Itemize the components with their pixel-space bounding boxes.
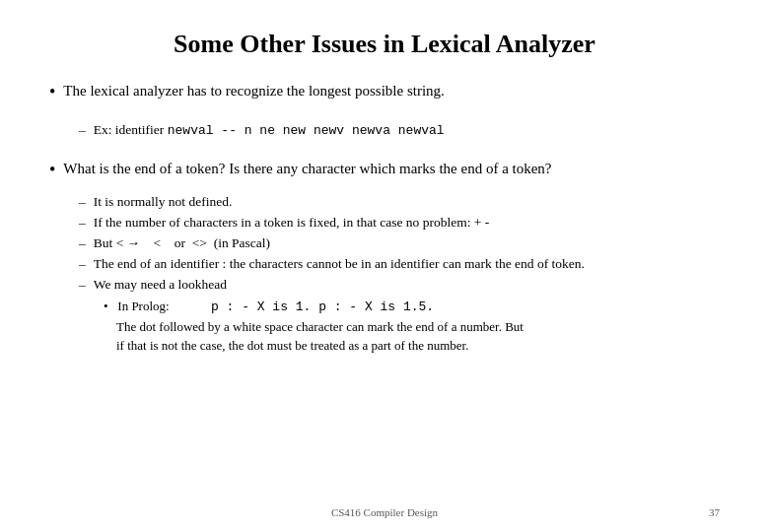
code-example: newval -- n ne new newv newva newval [168,123,445,138]
bullet-2: • What is the end of a token? Is there a… [49,159,720,181]
sub-bullet-2-5: – We may need a lookhead [79,276,720,295]
footer-right: 37 [709,506,720,518]
sub-bullet-2-1: – It is normally not defined. [79,193,720,212]
footer-center: CS416 Compiler Design [0,506,769,518]
bullet-dot-2: • [49,159,55,181]
bullet-dot-1: • [49,81,55,103]
sub-bullet-2-4-text: The end of an identifier : the character… [94,255,585,274]
sub-bullet-2-5-text: We may need a lookhead [94,276,227,295]
slide-title: Some Other Issues in Lexical Analyzer [49,30,720,59]
subsub-bullet: • In Prolog: p : - X is 1. p : - X is 1.… [104,297,720,317]
sub-bullet-2-2: – If the number of characters in a token… [79,214,720,233]
sub-bullet-2-4: – The end of an identifier : the charact… [79,255,720,274]
sub-dash-2-5: – [79,276,86,295]
sub-bullet-2-3-text: But < → < or <> (in Pascal) [94,234,270,253]
bullet-2-text: What is the end of a token? Is there any… [63,159,551,179]
sub-dash-1: – [79,121,86,140]
sub-dash-2-2: – [79,214,86,233]
sub-bullet-2-2-text: If the number of characters in a token i… [94,214,490,233]
subsub-code: p : - X is 1. p : - X is 1.5. [211,299,434,314]
slide: Some Other Issues in Lexical Analyzer • … [0,0,769,532]
bullet-1-text: The lexical analyzer has to recognize th… [63,81,445,101]
sub-dash-2-4: – [79,255,86,274]
sub-dash-2-3: – [79,234,86,253]
sub-dash-2-1: – [79,193,86,212]
subsub-line2: The dot followed by a white space charac… [116,317,720,337]
sub-bullet-2-1-text: It is normally not defined. [94,193,233,212]
sub-bullet-1: – Ex: identifier newval -- n ne new newv… [79,121,720,140]
subsub-line3: if that is not the case, the dot must be… [116,336,720,356]
sub-bullet-2-3: – But < → < or <> (in Pascal) [79,234,720,253]
sub-bullet-1-text: Ex: identifier newval -- n ne new newv n… [94,121,445,140]
bullet-1: • The lexical analyzer has to recognize … [49,81,720,103]
subsub-bullet-label: • In Prolog: p : - X is 1. p : - X is 1.… [104,299,434,313]
